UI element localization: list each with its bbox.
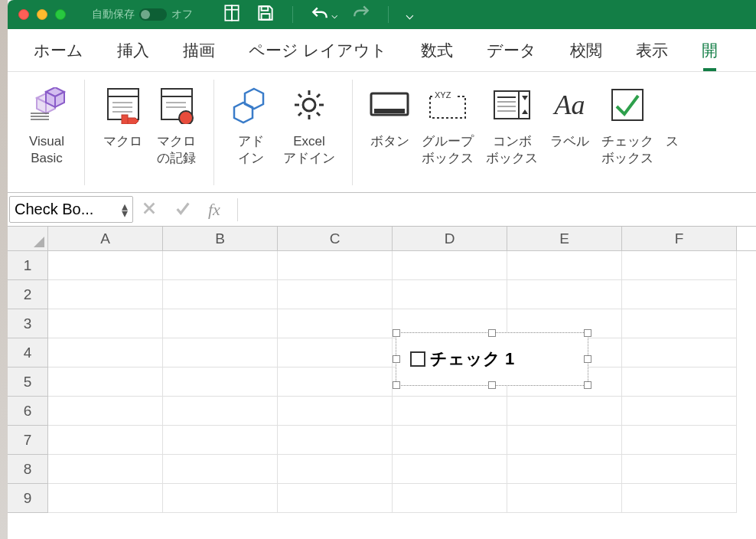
cell[interactable] (278, 368, 393, 397)
cell[interactable] (278, 251, 393, 280)
cell[interactable] (278, 338, 393, 368)
undo-button[interactable]: ⌵ (310, 5, 337, 24)
cell[interactable] (622, 426, 737, 455)
cell[interactable] (393, 455, 507, 484)
macros-button[interactable]: マクロ (96, 80, 149, 179)
cell[interactable] (278, 455, 393, 484)
groupbox-control-button[interactable]: XYZ グループ ボックス (415, 80, 480, 179)
row-header[interactable]: 3 (8, 309, 48, 338)
redo-button[interactable] (351, 3, 371, 26)
tab-developer[interactable]: 開 (685, 29, 735, 71)
cell[interactable] (507, 455, 622, 484)
resize-handle[interactable] (584, 381, 591, 389)
name-box-stepper-icon[interactable]: ▴▾ (122, 203, 128, 217)
cell[interactable] (278, 309, 393, 338)
cell[interactable] (507, 397, 622, 426)
cell[interactable] (48, 426, 163, 455)
minimize-window-button[interactable] (37, 9, 47, 20)
cell[interactable] (163, 368, 278, 397)
cell[interactable] (278, 484, 393, 513)
excel-addins-button[interactable]: Excel アドイン (277, 80, 341, 179)
row-header[interactable]: 5 (8, 368, 48, 397)
row-header[interactable]: 7 (8, 426, 48, 455)
cell[interactable] (622, 280, 737, 309)
cell[interactable] (622, 309, 737, 338)
button-control-button[interactable]: ボタン (363, 80, 415, 179)
cell[interactable] (393, 426, 507, 455)
col-header-d[interactable]: D (393, 227, 507, 250)
tab-view[interactable]: 表示 (619, 29, 685, 71)
col-header-e[interactable]: E (507, 227, 622, 250)
row-header[interactable]: 8 (8, 455, 48, 484)
record-macro-button[interactable]: マクロ の記録 (149, 80, 203, 179)
cell[interactable] (163, 397, 278, 426)
cell[interactable] (278, 397, 393, 426)
cell[interactable] (622, 368, 737, 397)
cell[interactable] (48, 397, 163, 426)
cell[interactable] (163, 251, 278, 280)
cancel-icon[interactable] (141, 200, 158, 220)
cell[interactable] (622, 455, 737, 484)
save-icon[interactable] (256, 3, 275, 26)
resize-handle[interactable] (584, 355, 591, 363)
tab-draw[interactable]: 描画 (166, 29, 232, 71)
cell[interactable] (507, 426, 622, 455)
cell[interactable] (48, 484, 163, 513)
combobox-control-button[interactable]: コンボ ボックス (480, 80, 544, 179)
workbook-icon[interactable] (222, 3, 242, 26)
resize-handle[interactable] (393, 381, 400, 389)
resize-handle[interactable] (488, 329, 496, 337)
resize-handle[interactable] (584, 329, 591, 337)
checkbox-form-control[interactable]: チェック 1 (396, 332, 588, 386)
cell[interactable] (48, 368, 163, 397)
maximize-window-button[interactable] (55, 9, 66, 20)
row-header[interactable]: 1 (8, 251, 48, 280)
resize-handle[interactable] (393, 355, 400, 363)
scrollbar-control-button[interactable]: ス (660, 80, 679, 179)
col-header-a[interactable]: A (48, 227, 163, 250)
autosave-toggle[interactable]: 自動保存 オフ (92, 8, 193, 21)
cell[interactable] (507, 484, 622, 513)
undo-dropdown-icon[interactable]: ⌵ (331, 8, 337, 21)
cell[interactable] (622, 338, 737, 368)
cell[interactable] (622, 251, 737, 280)
cell[interactable] (393, 251, 507, 280)
label-control-button[interactable]: Aa ラベル (544, 80, 595, 179)
enter-icon[interactable] (174, 200, 191, 220)
cell[interactable] (163, 309, 278, 338)
qat-customize-icon[interactable]: ⌵ (406, 6, 414, 23)
name-box[interactable]: Check Bo... ▴▾ (9, 196, 133, 223)
worksheet-grid[interactable]: A B C D E F 1 2 3 4 5 6 7 8 9 チェック 1 (8, 227, 756, 513)
col-header-b[interactable]: B (163, 227, 278, 250)
resize-handle[interactable] (488, 381, 496, 389)
visual-basic-button[interactable]: Visual Basic (20, 80, 73, 179)
cell[interactable] (393, 397, 507, 426)
addins-button[interactable]: アド イン (225, 80, 277, 179)
cell[interactable] (393, 280, 507, 309)
row-header[interactable]: 2 (8, 280, 48, 309)
formula-input[interactable] (255, 193, 748, 226)
cell[interactable] (278, 280, 393, 309)
cell[interactable] (48, 338, 163, 368)
resize-handle[interactable] (393, 329, 400, 337)
col-header-f[interactable]: F (622, 227, 737, 250)
cell[interactable] (48, 280, 163, 309)
cell[interactable] (163, 280, 278, 309)
col-header-c[interactable]: C (278, 227, 393, 250)
cell[interactable] (507, 280, 622, 309)
cell[interactable] (163, 455, 278, 484)
cell[interactable] (163, 484, 278, 513)
row-header[interactable]: 6 (8, 397, 48, 426)
tab-insert[interactable]: 挿入 (100, 29, 166, 71)
cell[interactable] (278, 426, 393, 455)
row-header[interactable]: 4 (8, 338, 48, 368)
tab-page-layout[interactable]: ページ レイアウト (232, 29, 404, 71)
fx-label[interactable]: fx (208, 200, 220, 220)
row-header[interactable]: 9 (8, 484, 48, 513)
cell[interactable] (622, 484, 737, 513)
cell[interactable] (163, 338, 278, 368)
close-window-button[interactable] (18, 9, 29, 20)
cell[interactable] (48, 455, 163, 484)
cell[interactable] (622, 397, 737, 426)
tab-review[interactable]: 校閲 (553, 29, 619, 71)
